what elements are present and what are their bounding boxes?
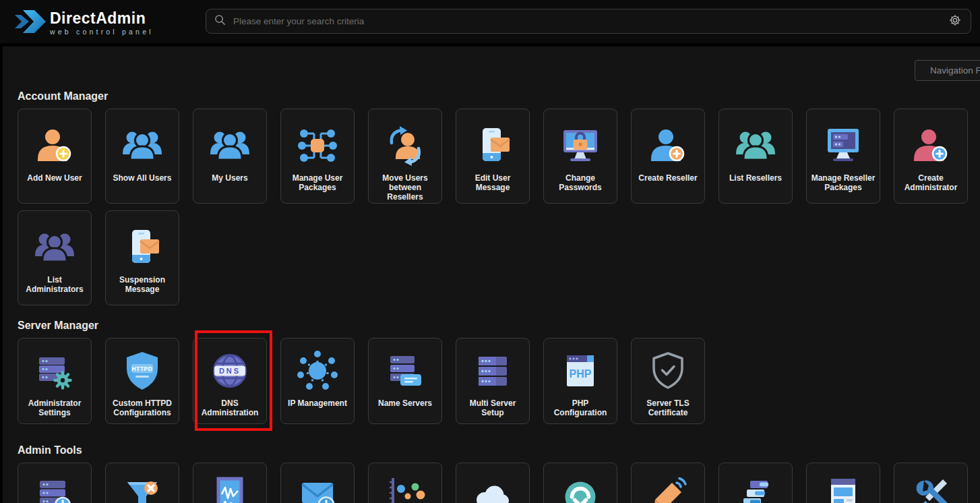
logo-text: DirectAdmin web control panel bbox=[50, 11, 154, 36]
directadmin-logo[interactable]: DirectAdmin web control panel bbox=[15, 7, 154, 38]
top-header-bar: DirectAdmin web control panel bbox=[0, 0, 980, 43]
svg-text:PHP: PHP bbox=[570, 368, 592, 380]
users-purple-icon bbox=[33, 226, 76, 269]
mail-clock-icon bbox=[296, 474, 339, 503]
users-blue-icon bbox=[208, 124, 251, 167]
tile-php-configuration[interactable]: PHPPHP Configuration bbox=[543, 338, 617, 424]
users-blue-icon bbox=[121, 124, 164, 167]
filter-x-icon bbox=[121, 474, 164, 503]
tile-label: Suspension Message bbox=[106, 275, 179, 294]
tile-label: List Resellers bbox=[727, 173, 785, 183]
servers-label-icon bbox=[384, 349, 427, 392]
ip-network-icon bbox=[296, 349, 339, 392]
tile-restore-circle[interactable] bbox=[543, 463, 617, 503]
tile-list-administrators[interactable]: List Administrators bbox=[18, 210, 92, 305]
admin-tools-section: Admin Tools bbox=[18, 444, 980, 503]
tile-label: My Users bbox=[209, 173, 250, 183]
tile-create-administrator[interactable]: Create Administrator bbox=[894, 109, 968, 204]
php-window-icon: PHP bbox=[559, 349, 602, 392]
tile-show-all-users[interactable]: Show All Users bbox=[105, 109, 179, 204]
tile-layout-window[interactable] bbox=[806, 463, 880, 503]
svg-text:DNS: DNS bbox=[219, 367, 241, 375]
phone-message-icon bbox=[471, 124, 514, 167]
tile-row: Administrator SettingsHTTPDCustom HTTPD … bbox=[18, 338, 980, 424]
servers-clock-icon bbox=[33, 474, 76, 503]
user-add-orange-icon bbox=[33, 124, 76, 167]
admin-tools-title: Admin Tools bbox=[18, 444, 980, 457]
tile-stats-scatter[interactable] bbox=[368, 463, 442, 503]
shield-httpd-icon: HTTPD bbox=[121, 349, 164, 392]
search-settings-button[interactable] bbox=[948, 13, 962, 30]
tile-manage-user-packages[interactable]: Manage User Packages bbox=[280, 109, 355, 204]
server-manager-section: Server ManagerAdministrator SettingsHTTP… bbox=[18, 319, 980, 424]
tile-servers-clock[interactable] bbox=[18, 463, 92, 503]
tile-label: List Administrators bbox=[18, 275, 91, 294]
tile-custom-httpd-configurations[interactable]: HTTPDCustom HTTPD Configurations bbox=[105, 338, 179, 424]
tile-move-users-between-resellers[interactable]: Move Users between Resellers bbox=[368, 109, 442, 204]
megaphone-icon bbox=[646, 474, 690, 503]
search-icon bbox=[214, 14, 226, 28]
tile-add-new-user[interactable]: Add New User bbox=[18, 109, 92, 204]
tile-tools-cross[interactable] bbox=[894, 463, 968, 503]
account-manager-title: Account Manager bbox=[18, 90, 980, 103]
monitor-reseller-icon bbox=[822, 124, 865, 167]
tile-administrator-settings[interactable]: Administrator Settings bbox=[18, 338, 92, 424]
search-input[interactable] bbox=[232, 16, 942, 27]
tile-list-resellers[interactable]: List Resellers bbox=[718, 109, 793, 204]
tile-name-servers[interactable]: Name Servers bbox=[368, 338, 442, 424]
tile-row bbox=[18, 463, 980, 503]
tile-server-tls-certificate[interactable]: Server TLS Certificate bbox=[631, 338, 705, 424]
user-add-blue-icon bbox=[646, 124, 690, 167]
tile-manage-reseller-packages[interactable]: Manage Reseller Packages bbox=[806, 109, 880, 204]
tile-label: Name Servers bbox=[375, 398, 435, 408]
tile-my-users[interactable]: My Users bbox=[193, 109, 267, 204]
tile-label: Add New User bbox=[24, 173, 84, 183]
tile-label: Custom HTTPD Configurations bbox=[106, 398, 179, 417]
tile-mail-clock[interactable] bbox=[280, 463, 355, 503]
layout-window-icon bbox=[822, 474, 865, 503]
tile-label: Edit User Message bbox=[456, 173, 529, 192]
tile-cascade-panes[interactable] bbox=[718, 463, 793, 503]
tile-row: Add New UserShow All UsersMy UsersManage… bbox=[18, 109, 980, 204]
tile-label: PHP Configuration bbox=[544, 398, 617, 417]
cascade-panes-icon bbox=[734, 474, 777, 503]
main-content: Account ManagerAdd New UserShow All User… bbox=[3, 47, 980, 503]
tile-suspension-message[interactable]: Suspension Message bbox=[105, 210, 179, 305]
tile-label: Administrator Settings bbox=[18, 398, 91, 417]
server-manager-title: Server Manager bbox=[18, 319, 980, 332]
account-manager-section: Account ManagerAdd New UserShow All User… bbox=[18, 90, 980, 305]
restore-circle-icon bbox=[559, 474, 602, 503]
shield-check-icon bbox=[646, 349, 690, 392]
tile-megaphone[interactable] bbox=[631, 463, 705, 503]
gear-icon bbox=[949, 14, 961, 28]
tile-filter-x[interactable] bbox=[105, 463, 179, 503]
phone-message-icon bbox=[121, 226, 164, 269]
tile-label: Show All Users bbox=[111, 173, 175, 183]
tile-label: Manage Reseller Packages bbox=[807, 173, 880, 192]
tile-change-passwords[interactable]: Change Passwords bbox=[543, 109, 617, 204]
move-users-icon bbox=[384, 124, 427, 167]
global-search-bar bbox=[206, 9, 971, 34]
tile-cloud[interactable] bbox=[456, 463, 530, 503]
tile-label: DNS Administration bbox=[193, 398, 266, 417]
packages-network-icon bbox=[296, 124, 339, 167]
stats-scatter-icon bbox=[384, 474, 427, 503]
brand-tagline: web control panel bbox=[50, 28, 154, 36]
main-panel: Account ManagerAdd New UserShow All User… bbox=[3, 47, 980, 503]
tile-label: IP Management bbox=[285, 398, 350, 408]
tile-create-reseller[interactable]: Create Reseller bbox=[631, 109, 705, 204]
users-teal-icon bbox=[734, 124, 777, 167]
tile-edit-user-message[interactable]: Edit User Message bbox=[456, 109, 530, 204]
tile-label: Move Users between Resellers bbox=[369, 173, 441, 202]
tile-ip-management[interactable]: IP Management bbox=[280, 338, 355, 424]
tile-dns-administration[interactable]: DNSDNS Administration bbox=[193, 338, 267, 424]
tile-monitor-wave[interactable] bbox=[193, 463, 267, 503]
tile-label: Create Reseller bbox=[636, 173, 700, 183]
globe-dns-icon: DNS bbox=[208, 349, 251, 392]
svg-text:HTTPD: HTTPD bbox=[132, 365, 153, 372]
servers-stack-icon bbox=[471, 349, 514, 392]
monitor-wave-icon bbox=[208, 474, 251, 503]
logo-chevrons-icon bbox=[15, 7, 46, 38]
tile-multi-server-setup[interactable]: Multi Server Setup bbox=[456, 338, 530, 424]
servers-gear-icon bbox=[33, 349, 76, 392]
